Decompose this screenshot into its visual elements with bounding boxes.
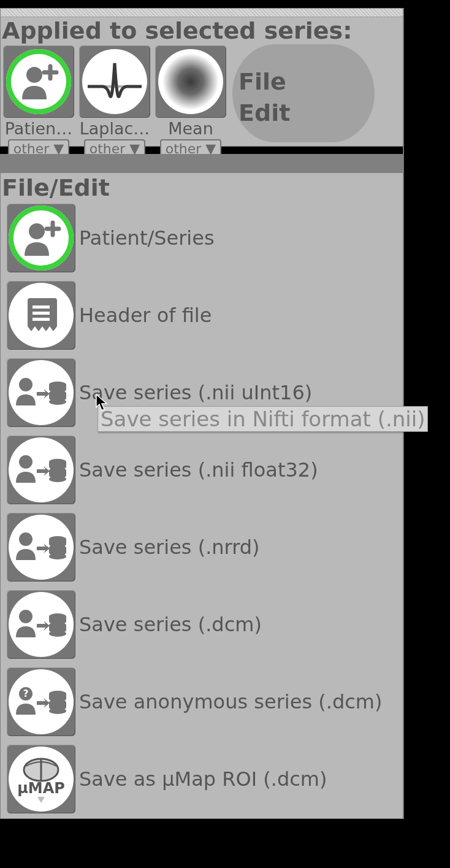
file-edit-panel: File/Edit Patient/Series Header of file … xyxy=(0,172,403,819)
applied-card-label: Patien… xyxy=(3,119,74,138)
save-icon xyxy=(9,437,74,502)
file-edit-item[interactable]: µMAP Save as µMap ROI (.dcm) xyxy=(7,743,399,815)
save-icon xyxy=(9,360,74,425)
file-edit-item[interactable]: Save series (.dcm) xyxy=(7,589,399,660)
file-edit-item[interactable]: ? Save anonymous series (.dcm) xyxy=(7,666,399,737)
applied-panel: Applied to selected series: File Edit Pa… xyxy=(0,8,403,147)
file-edit-bubble-text: File Edit xyxy=(238,66,290,129)
svg-point-3 xyxy=(29,223,45,239)
anon-icon: ? xyxy=(9,669,74,734)
save-icon xyxy=(9,515,74,580)
svg-point-22 xyxy=(49,631,66,637)
patient-icon xyxy=(9,205,74,271)
file-edit-item-label: Save as µMap ROI (.dcm) xyxy=(79,767,327,791)
applied-card-label: Laplac… xyxy=(79,119,150,138)
file-edit-item-label: Header of file xyxy=(79,304,212,327)
svg-point-10 xyxy=(49,399,66,405)
tooltip: Save series in Nifti format (.nii) xyxy=(97,406,428,432)
file-edit-item-label: Save series (.nii uInt16) xyxy=(79,381,312,404)
umap-icon: µMAP xyxy=(9,747,74,812)
svg-point-19 xyxy=(19,610,32,623)
file-edit-item-label: Patient/Series xyxy=(79,226,215,250)
laplacian-icon xyxy=(82,49,147,114)
svg-rect-6 xyxy=(32,318,50,321)
panel-divider xyxy=(0,154,403,172)
svg-rect-4 xyxy=(32,305,50,309)
file-edit-item[interactable]: Patient/Series xyxy=(7,202,399,274)
svg-point-7 xyxy=(19,378,32,391)
svg-point-2 xyxy=(162,53,219,110)
file-edit-item-label: Save series (.nii float32) xyxy=(79,458,318,482)
svg-text:µMAP: µMAP xyxy=(17,780,65,797)
panel-drag-handle[interactable] xyxy=(1,9,403,17)
header-icon xyxy=(9,283,74,348)
file-edit-item[interactable]: Header of file xyxy=(7,280,399,351)
svg-point-15 xyxy=(19,532,32,546)
file-edit-title: File/Edit xyxy=(2,174,110,201)
svg-rect-5 xyxy=(32,312,50,315)
save-icon xyxy=(9,592,74,657)
patient-icon xyxy=(6,49,71,114)
svg-point-27 xyxy=(49,708,66,714)
svg-point-11 xyxy=(19,455,32,469)
applied-card-patient[interactable]: Patien… other ▼ xyxy=(3,45,74,158)
file-edit-item-label: Save anonymous series (.dcm) xyxy=(79,690,382,713)
file-edit-item-label: Save series (.nrrd) xyxy=(79,536,260,559)
applied-title: Applied to selected series: xyxy=(2,17,352,44)
file-edit-item[interactable]: Save series (.nrrd) xyxy=(7,512,399,583)
applied-card-mean[interactable]: Mean other ▼ xyxy=(155,45,226,158)
svg-point-18 xyxy=(49,553,66,559)
applied-card-laplacian[interactable]: Laplac… other ▼ xyxy=(79,45,150,158)
svg-text:?: ? xyxy=(23,688,29,699)
file-edit-item-label: Save series (.dcm) xyxy=(79,613,262,636)
mean-icon xyxy=(158,49,223,114)
applied-card-label: Mean xyxy=(155,119,226,138)
file-edit-item[interactable]: Save series (.nii float32) xyxy=(7,434,399,505)
svg-point-14 xyxy=(49,476,66,482)
svg-point-0 xyxy=(26,67,42,83)
